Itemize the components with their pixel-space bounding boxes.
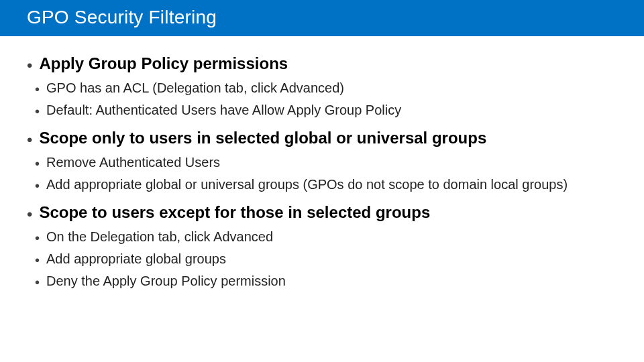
bullet-text: Deny the Apply Group Policy permission [46, 273, 617, 290]
bullet-dot-icon: • [35, 229, 40, 247]
bullet-text: Remove Authenticated Users [46, 154, 617, 171]
bullet-dot-icon: • [35, 80, 40, 98]
bullet-text: GPO has an ACL (Delegation tab, click Ad… [46, 80, 617, 97]
bullet-l1: • Scope to users except for those in sel… [27, 202, 617, 225]
bullet-l2: • GPO has an ACL (Delegation tab, click … [35, 80, 617, 98]
bullet-l1: • Apply Group Policy permissions [27, 54, 617, 76]
bullet-dot-icon: • [27, 128, 32, 150]
bullet-text: Apply Group Policy permissions [39, 54, 617, 74]
bullet-text: Default: Authenticated Users have Allow … [46, 102, 617, 119]
slide-title: GPO Security Filtering [0, 0, 644, 36]
slide-body: • Apply Group Policy permissions • GPO h… [0, 36, 644, 291]
bullet-dot-icon: • [35, 102, 40, 120]
slide: GPO Security Filtering • Apply Group Pol… [0, 0, 644, 362]
bullet-dot-icon: • [27, 202, 32, 225]
bullet-dot-icon: • [35, 273, 40, 291]
bullet-text: Scope only to users in selected global o… [39, 128, 617, 148]
bullet-l2: • Remove Authenticated Users [35, 154, 617, 172]
bullet-l2: • On the Delegation tab, click Advanced [35, 229, 617, 247]
bullet-text: Scope to users except for those in selec… [39, 202, 617, 223]
bullet-l2: • Add appropriate global groups [35, 251, 617, 269]
bullet-l1: • Scope only to users in selected global… [27, 128, 617, 150]
bullet-dot-icon: • [35, 154, 40, 172]
bullet-l2: • Default: Authenticated Users have Allo… [35, 102, 617, 120]
bullet-dot-icon: • [27, 54, 32, 76]
bullet-text: Add appropriate global or universal grou… [46, 176, 617, 193]
bullet-l2: • Deny the Apply Group Policy permission [35, 273, 617, 291]
bullet-dot-icon: • [35, 176, 40, 194]
bullet-l2: • Add appropriate global or universal gr… [35, 176, 617, 194]
bullet-text: Add appropriate global groups [46, 251, 617, 267]
bullet-text: On the Delegation tab, click Advanced [46, 229, 617, 245]
bullet-dot-icon: • [35, 251, 40, 269]
